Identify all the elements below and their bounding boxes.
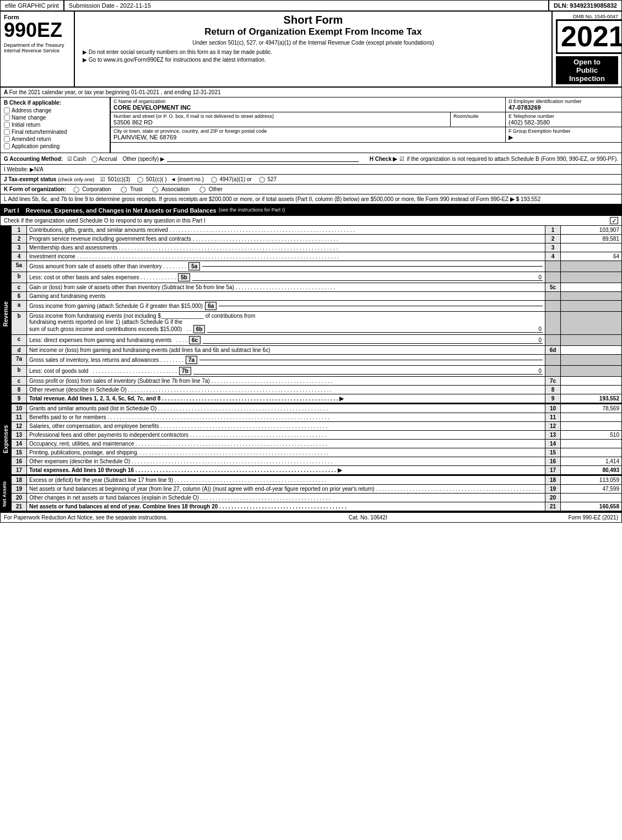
dept-label: Department of the Treasury <box>4 42 71 48</box>
line-16-col: 16 <box>545 457 561 465</box>
line-18-col: 18 <box>545 476 561 484</box>
org-name: CORE DEVELOPMENT INC <box>113 104 502 111</box>
line-20-amount <box>561 494 621 502</box>
h-label: H Check ▶ <box>370 156 398 162</box>
line-5b-col <box>545 272 561 283</box>
line-14-row: 14 Occupancy, rent, utilities, and maint… <box>12 440 621 448</box>
line-9-row: 9 Total revenue. Add lines 1, 2, 3, 4, 5… <box>12 394 621 403</box>
line-7b-desc: Less: cost of goods sold . . . . . . . .… <box>27 366 545 376</box>
h-text: if the organization is not required to a… <box>407 156 618 162</box>
checkbox-initial-return: Initial return <box>4 122 106 128</box>
line-17-col: 17 <box>545 466 561 474</box>
address-value: 53506 862 RD <box>113 119 447 126</box>
part1-check-text: Check if the organization used Schedule … <box>4 218 205 224</box>
part1-check-row: Check if the organization used Schedule … <box>1 216 621 226</box>
d-label: D Employer identification number <box>509 99 619 104</box>
year-display: 2021 <box>556 19 622 54</box>
amended-return-checkbox[interactable] <box>4 136 10 142</box>
line-17-num: 17 <box>12 466 27 474</box>
line-7c-num: c <box>12 377 27 385</box>
line-3-desc: Membership dues and assessments . . . . … <box>27 243 545 252</box>
line-6b-row: b Gross income from fundraising events (… <box>12 312 621 335</box>
line-7c-row: c Gross profit or (loss) from sales of i… <box>12 377 621 386</box>
line-4-amount: 64 <box>561 252 621 261</box>
line-13-row: 13 Professional fees and other payments … <box>12 431 621 440</box>
line-16-amount: 1,414 <box>561 457 621 465</box>
address-change-checkbox[interactable] <box>4 107 10 113</box>
c-label: C Name of organization <box>113 99 502 104</box>
line-6c-row: c Less: direct expenses from gaming and … <box>12 335 621 346</box>
address-label: Number and street (or P. O. box, if mail… <box>113 113 447 119</box>
line-16-row: 16 Other expenses (describe in Schedule … <box>12 457 621 466</box>
line-2-num: 2 <box>12 235 27 243</box>
line-5c-num: c <box>12 283 27 291</box>
revenue-side-label: Revenue <box>1 226 12 403</box>
line-4-num: 4 <box>12 252 27 261</box>
part1-header: Part I Revenue, Expenses, and Changes in… <box>1 205 621 216</box>
line-8-col: 8 <box>545 386 561 394</box>
paperwork-text: For Paperwork Reduction Act Notice, see … <box>4 514 167 521</box>
line-3-col: 3 <box>545 243 561 252</box>
line-7b-col <box>545 366 561 376</box>
calendar-year-row: A For the 2021 calendar year, or tax yea… <box>1 88 621 97</box>
k-label: K Form of organization: <box>4 186 66 192</box>
final-return-label: Final return/terminated <box>12 129 67 135</box>
line-5b-amount <box>561 272 621 283</box>
line-10-num: 10 <box>12 404 27 413</box>
line-6b-amount <box>561 312 621 334</box>
submission-date: Submission Date - 2022-11-15 <box>64 1 549 10</box>
name-change-checkbox[interactable] <box>4 115 10 121</box>
line-4-desc: Investment income . . . . . . . . . . . … <box>27 252 545 261</box>
instruction1: ▶ Do not enter social security numbers o… <box>78 49 548 55</box>
l-row: L Add lines 5b, 6c, and 7b to line 9 to … <box>1 194 621 205</box>
a-label: A <box>4 89 9 95</box>
line-6d-col: 6d <box>545 346 561 354</box>
line-9-num: 9 <box>12 394 27 403</box>
line-6-col <box>545 292 561 300</box>
line-11-amount <box>561 413 621 421</box>
line-7b-row: b Less: cost of goods sold . . . . . . .… <box>12 366 621 377</box>
line-19-amount: 47,599 <box>561 485 621 493</box>
amended-return-label: Amended return <box>12 136 51 142</box>
line-8-amount <box>561 386 621 394</box>
line-14-desc: Occupancy, rent, utilities, and maintena… <box>27 440 545 448</box>
cash-label: Cash <box>73 156 86 162</box>
accounting-row: G Accounting Method: ☑ Cash ◯ Accrual Ot… <box>1 153 621 165</box>
line-6a-col <box>545 301 561 311</box>
application-pending-checkbox[interactable] <box>4 143 10 149</box>
line-15-desc: Printing, publications, postage, and shi… <box>27 448 545 457</box>
line-12-num: 12 <box>12 422 27 430</box>
status-4947: 4947(a)(1) or <box>220 176 252 182</box>
line-6c-num: c <box>12 335 27 345</box>
status-501c: 501(c)( ) <box>146 176 167 182</box>
line-2-col: 2 <box>545 235 561 243</box>
title-main: Return of Organization Exempt From Incom… <box>78 26 548 37</box>
line-10-row: 10 Grants and similar amounts paid (list… <box>12 404 621 413</box>
line-21-col: 21 <box>545 502 561 511</box>
line-17-amount: 80,493 <box>561 466 621 474</box>
line-7b-amount <box>561 366 621 376</box>
final-return-checkbox[interactable] <box>4 129 10 135</box>
line-9-amount: 193,552 <box>561 394 621 403</box>
tax-form-page: efile GRAPHIC print Submission Date - 20… <box>0 0 622 523</box>
line-19-row: 19 Net assets or fund balances at beginn… <box>12 485 621 494</box>
k-trust: Trust <box>130 186 142 192</box>
line-16-desc: Other expenses (describe in Schedule O) … <box>27 457 545 465</box>
line-6d-num: d <box>12 346 27 354</box>
accrual-label: Accrual <box>99 156 117 162</box>
line-6-num: 6 <box>12 292 27 300</box>
line-19-num: 19 <box>12 485 27 493</box>
k-association: Association <box>161 186 190 192</box>
form-subtitle: Under section 501(c), 527, or 4947(a)(1)… <box>78 40 548 46</box>
line-19-desc: Net assets or fund balances at beginning… <box>27 485 545 493</box>
initial-return-checkbox[interactable] <box>4 122 10 128</box>
instruction2: ▶ Go to www.irs.gov/Form990EZ for instru… <box>78 57 548 63</box>
part1-label: Part I <box>4 207 19 214</box>
f-label: F Group Exemption Number <box>509 128 619 134</box>
line-7a-amount <box>561 355 621 365</box>
line-1-row: 1 Contributions, gifts, grants, and simi… <box>12 226 621 235</box>
line-14-num: 14 <box>12 440 27 448</box>
line-15-amount <box>561 448 621 457</box>
line-17-desc: Total expenses. Add lines 10 through 16 … <box>27 466 545 474</box>
line-8-num: 8 <box>12 386 27 394</box>
